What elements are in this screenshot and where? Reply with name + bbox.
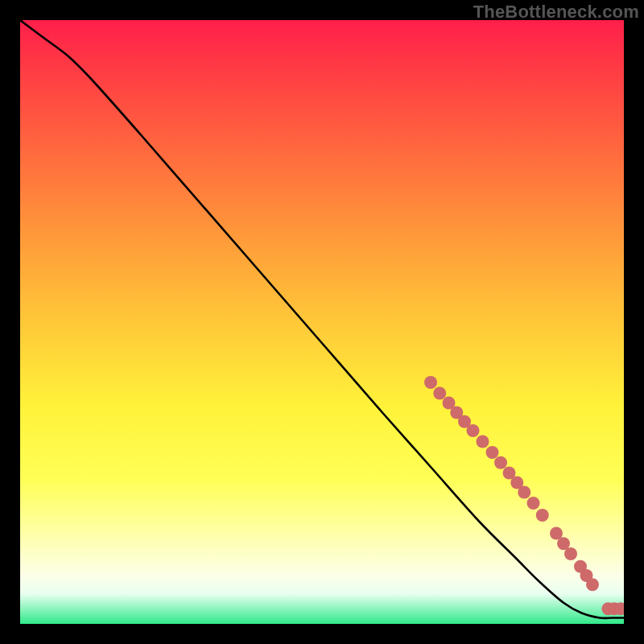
chart-frame: TheBottleneck.com [0,0,644,644]
plot-area [20,20,624,624]
data-marker [536,509,549,522]
data-marker [518,486,530,499]
data-marker [477,436,489,448]
data-marker [467,424,480,437]
bottleneck-curve [20,20,624,618]
data-marker [494,456,507,469]
data-marker [586,578,599,591]
data-marker [486,446,499,459]
marker-group [424,376,624,615]
watermark-label: TheBottleneck.com [473,2,639,23]
data-marker [424,376,437,389]
curve-svg [20,20,624,624]
data-marker [527,497,540,510]
data-marker [433,387,446,400]
data-marker [564,547,577,560]
